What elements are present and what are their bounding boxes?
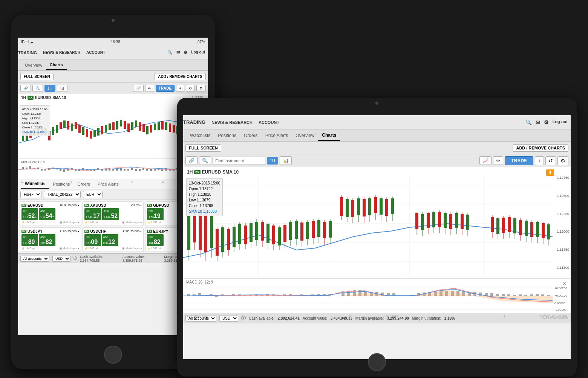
front-tooltip-open: Open 1.13722: [189, 186, 220, 192]
front-logout-btn[interactable]: Log out: [553, 119, 568, 125]
back-settings-btn[interactable]: ⚙: [196, 85, 206, 92]
front-tab-charts[interactable]: Charts: [318, 130, 340, 141]
front-nav: TRADING NEWS & RESEARCH ACCOUNT 🔍 ✉ ⚙ Lo…: [183, 115, 571, 130]
svg-rect-21: [97, 128, 100, 136]
svg-rect-61: [63, 169, 65, 172]
back-usdjpy-prices: BID 119.80 ASK 119.82: [21, 234, 79, 246]
back-add-charts-btn[interactable]: ADD / REMOVE CHARTS: [155, 73, 206, 80]
front-macd-close[interactable]: ✕: [562, 280, 567, 287]
front-settings-btn[interactable]: ⚙: [557, 156, 568, 165]
front-tab-watchlists[interactable]: Watchlists: [186, 131, 214, 140]
back-card-xauusd[interactable]: FX XAUUSD OZ 20 ▾ BID 1,147.17 ASK 1,147…: [83, 201, 144, 226]
back-currency-filter[interactable]: EUR: [83, 191, 103, 198]
front-search-icon[interactable]: 🔍: [525, 119, 532, 125]
svg-rect-12: [63, 120, 66, 128]
back-card-eurusd[interactable]: FX EURUSD EUR 25,000 ▾ BID 1.12524 ASK 1…: [20, 201, 81, 226]
back-account-select[interactable]: All accounts: [20, 256, 49, 262]
front-fullscreen-btn[interactable]: FULL SCREEN: [185, 144, 221, 152]
front-tooltip-sma: SMA 10 1.13808: [189, 209, 220, 214]
back-tooltip-high: High 1.12554: [22, 116, 47, 121]
front-home-btn[interactable]: [368, 353, 386, 371]
back-info-icon[interactable]: ⓘ: [74, 256, 77, 261]
back-usdjpy-symbol: FX USDJPY: [21, 229, 43, 233]
front-add-charts-btn[interactable]: ADD / REMOVE CHARTS: [513, 144, 568, 152]
svg-rect-218: [542, 223, 545, 238]
svg-rect-172: [374, 197, 377, 213]
back-trade-btn[interactable]: TRADE: [156, 85, 175, 92]
back-status-center: 16:38: [111, 40, 120, 44]
svg-rect-114: [204, 212, 207, 252]
svg-rect-283: [541, 294, 544, 296]
back-card-usdjpy[interactable]: FX USDJPY USD 25,000 ▾ BID 119.80 ASK 11…: [20, 227, 81, 252]
front-trade-btn[interactable]: TRADE: [505, 156, 533, 165]
front-chart-toolbar: FULL SCREEN ADD / REMOVE CHARTS: [183, 142, 571, 154]
svg-rect-128: [244, 226, 247, 244]
front-macd-svg: +0.00200 +0.00100 0.00000 -0.00100: [183, 279, 571, 313]
front-timeframe-btn[interactable]: 1H: [267, 157, 278, 165]
back-candle-btn[interactable]: 📊: [57, 85, 67, 92]
front-draw-btn[interactable]: ✏: [493, 156, 503, 165]
search-icon[interactable]: 🔍: [167, 50, 173, 55]
front-tab-alerts[interactable]: Price Alerts: [262, 131, 292, 140]
svg-rect-38: [161, 121, 164, 130]
front-link-btn[interactable]: 🔗: [185, 156, 198, 165]
back-fullscreen-btn[interactable]: FULL SCREEN: [20, 73, 54, 80]
svg-rect-184: [427, 213, 430, 228]
front-mail-icon[interactable]: ✉: [536, 119, 540, 125]
back-link-btn[interactable]: 🔗: [20, 85, 31, 92]
svg-rect-24: [109, 123, 111, 130]
back-tab-overview[interactable]: Overview: [21, 61, 46, 70]
front-gear-icon[interactable]: ⚙: [544, 119, 549, 125]
back-indicator-btn[interactable]: 📈: [133, 85, 144, 92]
back-tooltip-open: Open 1.12334: [22, 112, 47, 116]
svg-rect-282: [536, 294, 539, 296]
svg-rect-160: [340, 197, 343, 216]
svg-rect-178: [391, 198, 394, 214]
logout-btn[interactable]: Log out: [191, 50, 205, 55]
front-tooltip-high: High 1.13810: [189, 192, 220, 197]
front-tab-orders[interactable]: Orders: [240, 131, 262, 140]
back-add-btn[interactable]: +: [176, 85, 184, 92]
front-add-btn[interactable]: +: [535, 156, 544, 165]
svg-rect-168: [363, 199, 366, 216]
back-currency-select[interactable]: USD: [52, 256, 70, 262]
front-tab-overview[interactable]: Overview: [292, 131, 318, 140]
front-tab-positions[interactable]: Positions: [214, 131, 240, 140]
back-market-filter[interactable]: Forex: [20, 191, 41, 198]
svg-rect-180: [415, 213, 418, 229]
svg-rect-124: [233, 227, 236, 247]
back-refresh-btn[interactable]: ↺: [186, 85, 195, 92]
front-search-instrument-btn[interactable]: 🔍: [199, 156, 211, 165]
front-refresh-btn[interactable]: ↺: [545, 156, 556, 165]
back-card-usdchf[interactable]: FX USDCHF USD 25,000 ▾ BID 0.9709 ASK 0.…: [83, 227, 144, 252]
front-instrument-input[interactable]: [213, 157, 265, 165]
svg-rect-22: [101, 126, 103, 134]
back-tooltip-sma: SMA 10 1.12455: [22, 130, 47, 134]
front-indicator-btn[interactable]: 📈: [479, 156, 492, 165]
back-draw-btn[interactable]: ✏: [145, 85, 154, 92]
back-status-right: 97%: [198, 40, 205, 44]
back-search-btn[interactable]: 🔍: [32, 85, 43, 92]
svg-rect-35: [150, 125, 152, 133]
svg-rect-170: [368, 198, 371, 215]
back-tooltip-close: Close 1.12523: [22, 125, 47, 130]
front-macd-area: MACD 26; 12; 9 ✕: [183, 278, 571, 313]
svg-rect-278: [513, 295, 516, 296]
gear-icon[interactable]: ⚙: [184, 50, 187, 55]
svg-rect-176: [385, 199, 388, 216]
back-brand: TRADING: [18, 50, 37, 55]
front-nav-news[interactable]: NEWS & RESEARCH: [211, 120, 253, 125]
back-nav-news[interactable]: NEWS & RESEARCH: [43, 50, 80, 55]
front-nav-account[interactable]: ACCOUNT: [259, 120, 279, 125]
back-cash-available: Cash available: 2,984,708.55: [80, 255, 119, 262]
back-tooltip: 07-Oct-2015 15:00 Open 1.12334 High 1.12…: [20, 105, 50, 136]
back-home-btn[interactable]: [104, 346, 122, 364]
back-eurjpy-symbol: FX EURJPY: [147, 229, 168, 233]
mail-icon[interactable]: ✉: [176, 50, 180, 55]
back-tab-charts[interactable]: Charts: [46, 60, 67, 70]
back-timeframe-btn[interactable]: 1H: [44, 85, 55, 92]
back-nav-account[interactable]: ACCOUNT: [86, 50, 105, 55]
front-macd-xaxis: Indicative price 2 4 5 Oct-2015 6 7 DATA…: [183, 315, 571, 318]
front-candle-btn[interactable]: 📊: [280, 156, 292, 165]
back-account-filter[interactable]: TRIAL_204222: [44, 191, 81, 198]
